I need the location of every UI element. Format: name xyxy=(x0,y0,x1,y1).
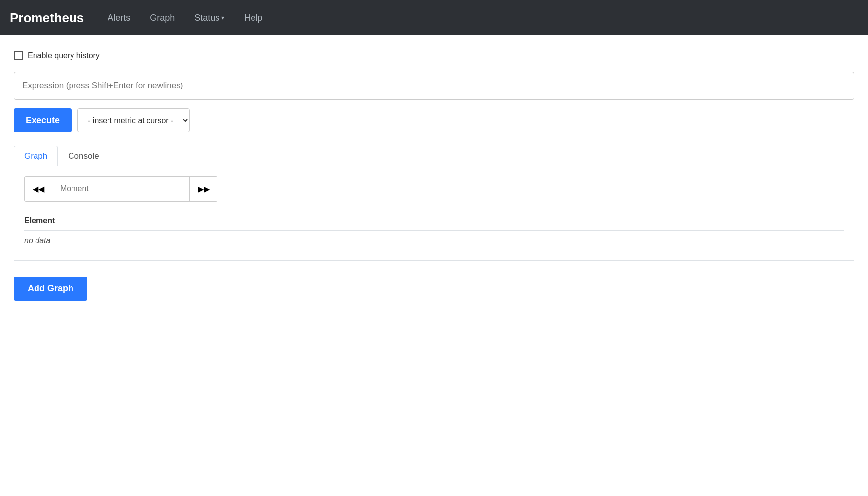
main-content: Enable query history Execute - insert me… xyxy=(0,35,868,317)
nav-alerts[interactable]: Alerts xyxy=(100,9,138,27)
controls-row: Execute - insert metric at cursor - xyxy=(14,108,854,132)
execute-button[interactable]: Execute xyxy=(14,108,72,132)
table-row: no data xyxy=(24,231,844,250)
app-brand: Prometheus xyxy=(10,10,84,26)
nav-links: Alerts Graph Status ▾ Help xyxy=(100,9,270,27)
expression-input[interactable] xyxy=(14,72,854,100)
forward-button[interactable]: ▶▶ xyxy=(190,176,217,202)
table-body: no data xyxy=(24,231,844,250)
nav-graph[interactable]: Graph xyxy=(142,9,182,27)
query-history-checkbox[interactable] xyxy=(14,51,23,60)
back-button[interactable]: ◀◀ xyxy=(24,176,52,202)
moment-row: ◀◀ ▶▶ xyxy=(24,176,844,202)
query-history-label: Enable query history xyxy=(28,51,100,60)
tab-graph[interactable]: Graph xyxy=(14,146,58,166)
nav-help[interactable]: Help xyxy=(236,9,270,27)
data-table: Element no data xyxy=(24,212,844,250)
tab-console[interactable]: Console xyxy=(58,146,109,166)
insert-metric-select[interactable]: - insert metric at cursor - xyxy=(77,108,190,132)
moment-input[interactable] xyxy=(52,176,190,202)
query-history-row: Enable query history xyxy=(14,51,854,60)
query-history-toggle[interactable]: Enable query history xyxy=(14,51,100,60)
forward-icon: ▶▶ xyxy=(198,184,210,194)
table-header: Element xyxy=(24,212,844,231)
element-column-header: Element xyxy=(24,212,844,231)
navbar: Prometheus Alerts Graph Status ▾ Help xyxy=(0,0,868,35)
nav-status[interactable]: Status ▾ xyxy=(186,9,232,27)
no-data-cell: no data xyxy=(24,231,844,250)
back-icon: ◀◀ xyxy=(33,184,44,194)
status-dropdown-icon: ▾ xyxy=(221,14,224,21)
add-graph-button[interactable]: Add Graph xyxy=(14,277,87,301)
graph-tab-panel: ◀◀ ▶▶ Element no data xyxy=(14,166,854,261)
tab-bar: Graph Console xyxy=(14,146,854,166)
